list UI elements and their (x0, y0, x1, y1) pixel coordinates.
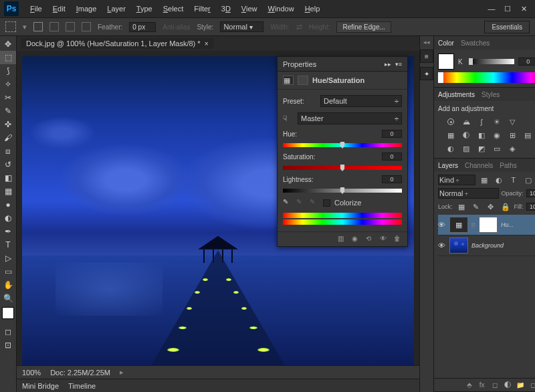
dodge-tool[interactable]: ◐ (0, 211, 16, 225)
adjustment-thumb-icon[interactable]: ▦ (449, 217, 468, 233)
layer-name-label[interactable]: Background (471, 242, 504, 249)
levels-icon[interactable]: ⛰ (460, 116, 472, 127)
eyedropper-icon[interactable]: ✎ (283, 198, 292, 207)
fill-input[interactable]: 100% (526, 203, 535, 211)
link-layers-icon[interactable]: ⬘ (465, 381, 474, 389)
minibridge-tab[interactable]: Mini Bridge (22, 382, 59, 390)
visibility-toggle-icon[interactable]: 👁 (438, 221, 446, 229)
colorbalance-icon[interactable] (460, 130, 472, 140)
layer-item-huesaturation[interactable]: 👁 ▦ ⎘ Hu... (438, 215, 535, 235)
workspace-switcher[interactable]: Essentials (484, 21, 530, 33)
foreground-color-swatch[interactable] (438, 54, 454, 70)
blend-mode-select[interactable]: Normal ÷ (438, 188, 499, 199)
channelmixer-icon[interactable]: ⊞ (506, 130, 518, 140)
k-value[interactable]: 0 (518, 58, 535, 66)
filter-adjust-icon[interactable]: ◐ (493, 175, 505, 185)
lock-all-icon[interactable]: 🔒 (500, 201, 512, 212)
visibility-icon[interactable]: 👁 (380, 235, 389, 244)
paths-tab[interactable]: Paths (500, 162, 517, 169)
lightness-slider[interactable] (283, 189, 402, 193)
new-adjustment-icon[interactable] (503, 381, 512, 389)
eyedropper-add-icon[interactable]: ✎ (296, 198, 306, 207)
saturation-slider[interactable] (283, 166, 402, 170)
bw-icon[interactable]: ◧ (475, 130, 488, 140)
hue-icon[interactable]: ▦ (445, 130, 457, 140)
marquee-tool-preset-icon[interactable] (5, 21, 16, 32)
new-group-icon[interactable]: 📁 (516, 381, 525, 389)
eyedropper-tool[interactable]: ✎ (0, 104, 16, 118)
styles-tab[interactable]: Styles (481, 91, 500, 98)
filter-type-icon[interactable]: T (508, 175, 520, 185)
brushes-panel-icon[interactable]: ✦ (420, 67, 433, 80)
menu-filter[interactable]: Filter (189, 3, 215, 15)
k-slider[interactable] (469, 59, 514, 64)
feather-input[interactable]: 0 px (129, 22, 156, 32)
selectivecolor-icon[interactable]: ◈ (506, 143, 518, 154)
stamp-tool[interactable]: ⧇ (0, 144, 16, 158)
minimize-button[interactable]: — (487, 4, 496, 13)
type-tool[interactable]: T (0, 238, 16, 252)
preset-select[interactable]: Default÷ (320, 95, 402, 107)
finger-icon[interactable]: ☟ (283, 114, 294, 123)
fg-bg-swatch[interactable] (0, 305, 16, 318)
layers-tab[interactable]: Layers (438, 162, 458, 169)
marquee-new-icon[interactable] (33, 22, 43, 31)
wand-tool[interactable]: ✧ (0, 78, 16, 91)
menu-type[interactable]: Type (132, 3, 157, 15)
visibility-toggle-icon[interactable]: 👁 (438, 241, 446, 250)
menu-edit[interactable]: Edit (48, 3, 70, 15)
eyedropper-sub-icon[interactable]: ✎ (310, 198, 319, 207)
move-tool[interactable]: ✥ (0, 37, 16, 51)
colorize-checkbox[interactable] (323, 199, 330, 207)
clip-icon[interactable]: ▥ (338, 235, 347, 244)
gradient-tool[interactable]: ▦ (0, 185, 16, 198)
marquee-int-icon[interactable] (82, 22, 91, 31)
channels-tab[interactable]: Channels (465, 162, 493, 169)
hue-value[interactable]: 0 (382, 130, 402, 138)
heal-tool[interactable]: ✜ (0, 118, 16, 131)
previous-state-icon[interactable]: ◉ (352, 235, 361, 244)
color-spectrum[interactable] (438, 72, 535, 83)
brush-tool[interactable]: 🖌 (0, 131, 16, 144)
hand-tool[interactable]: ✋ (0, 278, 16, 292)
close-button[interactable]: ✕ (519, 4, 528, 13)
history-panel-icon[interactable]: ≡ (420, 50, 433, 63)
filter-shape-icon[interactable]: ▢ (522, 175, 534, 185)
menu-select[interactable]: Select (158, 3, 189, 15)
layer-mask-thumb[interactable] (479, 217, 498, 233)
posterize-icon[interactable]: ▨ (460, 143, 472, 154)
eraser-tool[interactable]: ◧ (0, 171, 16, 185)
zoom-tool[interactable]: 🔍 (0, 292, 16, 305)
screen-mode-tool[interactable]: ⊡ (0, 338, 16, 352)
channel-select[interactable]: Master÷ (298, 112, 402, 124)
gradientmap-icon[interactable]: ▭ (491, 143, 503, 154)
filter-kind-select[interactable]: Kind ÷ (438, 175, 475, 185)
refine-edge-button[interactable]: Refine Edge... (336, 21, 391, 33)
lock-position-icon[interactable]: ✥ (485, 201, 497, 212)
menu-window[interactable]: Window (263, 3, 299, 15)
delete-adjustment-icon[interactable]: 🗑 (394, 235, 403, 244)
curves-icon[interactable]: ∫ (475, 116, 488, 127)
layer-thumb[interactable] (449, 237, 468, 254)
reset-icon[interactable]: ⟲ (366, 235, 375, 244)
timeline-tab[interactable]: Timeline (68, 382, 96, 390)
lightness-value[interactable]: 0 (382, 175, 402, 183)
properties-panel[interactable]: Properties ▸▸ ▾≡ ▦ Hue/Saturation Preset… (277, 56, 408, 247)
properties-collapse-icon[interactable]: ▸▸ (385, 61, 391, 68)
colorlookup-icon[interactable]: ▤ (522, 130, 534, 140)
opacity-input[interactable]: 100% (526, 189, 535, 197)
menu-image[interactable]: Image (72, 3, 102, 15)
marquee-add-icon[interactable] (49, 22, 59, 31)
marquee-tool[interactable]: ⬚ (0, 51, 16, 64)
lock-transparent-icon[interactable]: ▦ (455, 201, 467, 212)
hue-slider[interactable] (283, 143, 402, 147)
marquee-sub-icon[interactable] (66, 22, 75, 31)
menu-layer[interactable]: Layer (102, 3, 130, 15)
mask-icon[interactable] (298, 76, 308, 85)
menu-help[interactable]: Help (300, 3, 325, 15)
layer-item-background[interactable]: 👁 Background 🔒 (438, 235, 535, 256)
swatches-tab[interactable]: Swatches (461, 39, 490, 47)
adjustments-tab[interactable]: Adjustments (438, 91, 475, 98)
layer-mask-icon[interactable]: ◻ (490, 381, 500, 389)
style-select[interactable]: Normal ▾ (220, 21, 263, 32)
